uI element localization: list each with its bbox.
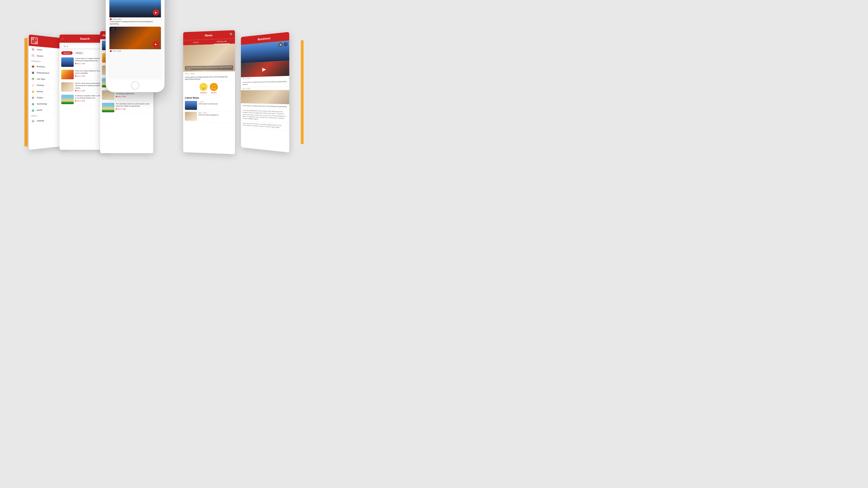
latest-info-2: Feb 1, 2018 There are many variations of xyxy=(198,112,233,122)
video-date-2: Feb 1, 2018 xyxy=(110,49,160,53)
news-right-header: News 🔍 xyxy=(183,30,235,40)
business-card: Business 📶 ↗ ▶ Feb 1, 2018 Lorem Ipsum i… xyxy=(241,32,289,153)
date-dot-1 xyxy=(75,63,76,64)
home-button[interactable] xyxy=(131,81,139,90)
play-btn-2[interactable]: ▶ xyxy=(153,41,159,47)
world-icon: 🌍 xyxy=(31,108,35,112)
search-value: a xyxy=(67,45,68,47)
date-dot-3 xyxy=(75,90,76,91)
logo-box: N W E S xyxy=(31,37,38,44)
search-icon-sm: 🔍 xyxy=(63,45,66,47)
video-text-1: Lorem Ipsum is simply dummy text of the … xyxy=(110,21,160,25)
money-date-6: Feb 5, 2018 xyxy=(116,108,151,110)
video-thumb-1: 6.52 ▶ xyxy=(110,0,161,18)
money-date-5: Feb 3, 2018 xyxy=(116,96,151,97)
markets-icon: 📈 xyxy=(31,84,35,87)
latest-date-1: 1, 2018 xyxy=(198,101,233,103)
yellow-bar-right xyxy=(301,40,304,144)
tab-money[interactable]: Money xyxy=(74,51,84,55)
money-icon-item: 💰 Money xyxy=(210,83,218,94)
hero-caption: Lorem Ipsum generators on the Internet t… xyxy=(185,65,233,70)
nav-settings-label: Settings xyxy=(37,119,44,122)
business-text-1: Lorem Ipsum is simply dummy text of the … xyxy=(241,79,289,87)
tab-markets[interactable]: Markets xyxy=(61,51,72,55)
nav-home-label: Home xyxy=(37,48,42,51)
video-card-1: 6.52 ▶ Feb 1, 2018 Lorem Ipsum is simply… xyxy=(110,0,161,25)
nav-entertainment-label: Entertainment xyxy=(37,72,49,74)
entertainment-icon: 🎬 xyxy=(31,70,35,74)
share-icon[interactable]: ↗ xyxy=(283,42,288,46)
business-woman-img xyxy=(241,90,289,104)
scene: N W E S 🏠 Home 🔍 Search Categories 💼 Bus… xyxy=(29,22,300,162)
technology-icon: 💻 xyxy=(31,102,35,106)
youtube-play-icon: ▶ xyxy=(262,66,266,72)
lifestyle-icon: 🌿 xyxy=(31,77,35,81)
business-hero-actions: 📶 ↗ xyxy=(278,42,288,47)
news-right-hero: Lorem Ipsum generators on the Internet t… xyxy=(183,43,235,72)
video-meta-1: Feb 1, 2018 Lorem Ipsum is simply dummy … xyxy=(110,18,161,25)
news-right-title: News xyxy=(205,33,213,37)
money-title-6: The standard chunk of Lorem Ipsum used s… xyxy=(116,103,151,107)
markets-icon-item: 💡 Markets xyxy=(199,83,208,94)
article-thumb-3 xyxy=(61,82,74,92)
yellow-bar-left xyxy=(24,38,28,147)
money-info-6: The standard chunk of Lorem Ipsum used s… xyxy=(116,103,151,112)
latest-title-1: Lorem Ipsum is dummy text xyxy=(198,103,233,105)
money-article-6: The standard chunk of Lorem Ipsum used s… xyxy=(100,101,153,114)
money-thumb-6 xyxy=(102,103,114,112)
logo-s: S xyxy=(34,41,37,44)
video-date-dot-1 xyxy=(110,18,112,20)
article-thumb-2 xyxy=(61,70,74,79)
video-badge-2: 8.12 xyxy=(111,28,116,30)
logo-e: E xyxy=(32,40,34,43)
latest-thumb-1 xyxy=(185,101,197,110)
news-right-card: News 🔍 VIDEO POPULAR Lorem Ipsum generat… xyxy=(183,30,235,154)
wifi-icon[interactable]: 📶 xyxy=(278,42,283,47)
nav-politics-label: Politics xyxy=(37,96,43,99)
phone-hardware: ☰ News 🔍 LATEST VIDEO POPULAR 6.52 ▶ xyxy=(106,0,164,92)
nav-business-label: Business xyxy=(37,65,45,68)
search-header-title: Search xyxy=(80,37,90,40)
video-date-1: Feb 1, 2018 xyxy=(110,18,160,21)
search-icon-right[interactable]: 🔍 xyxy=(230,33,233,36)
video-card-2: 8.12 ▶ Feb 1, 2018 xyxy=(110,27,161,53)
play-btn-1[interactable]: ▶ xyxy=(153,9,159,15)
article-thumb-1 xyxy=(61,57,74,67)
search-icon: 🔍 xyxy=(31,54,35,58)
nav-money-label: Money xyxy=(37,90,43,93)
nav-search-label: Search xyxy=(37,55,43,57)
business-yt-thumb: ▶ xyxy=(241,61,289,77)
nav-lifestyle-label: Life Style xyxy=(37,78,45,80)
business-icon: 💼 xyxy=(31,64,35,68)
center-phone: ☰ News 🔍 LATEST VIDEO POPULAR 6.52 ▶ xyxy=(106,0,164,92)
politics-icon: 🏛 xyxy=(31,96,35,100)
latest-news-heading: Latest News xyxy=(183,96,235,100)
news-right-article: Lorem Ipsum is simply dummy text of the … xyxy=(183,75,235,81)
money-icon-label: Money xyxy=(211,92,217,94)
logo-w: W xyxy=(34,38,37,41)
latest-item-2: Feb 1, 2018 There are many variations of xyxy=(183,111,235,123)
article-thumb-4 xyxy=(61,95,74,104)
settings-icon: ⚙️ xyxy=(31,119,35,123)
latest-info-1: 1, 2018 Lorem Ipsum is dummy text xyxy=(198,101,233,110)
business-title: Business xyxy=(258,36,270,41)
video-date-dot-2 xyxy=(110,50,112,52)
markets-circle: 💡 xyxy=(199,83,208,91)
date-dot-2 xyxy=(75,75,76,76)
nav-technology-label: Technology xyxy=(37,103,47,105)
latest-date-2: Feb 1, 2018 xyxy=(198,112,233,114)
video-meta-2: Feb 1, 2018 xyxy=(110,49,161,53)
latest-title-2: There are many variations of xyxy=(198,114,233,116)
latest-thumb-2 xyxy=(185,112,197,121)
money-icon: 💰 xyxy=(31,90,35,94)
phone-screen: ☰ News 🔍 LATEST VIDEO POPULAR 6.52 ▶ xyxy=(107,0,163,79)
logo-n: N xyxy=(32,37,34,41)
video-thumb-2: 8.12 ▶ xyxy=(110,27,161,49)
back-arrow-icon: ← xyxy=(61,37,64,40)
markets-icon-label: Markets xyxy=(200,92,207,94)
money-circle: 💰 xyxy=(210,83,218,91)
icon-grid: 💡 Markets 💰 Money xyxy=(183,81,235,96)
date-dot-4 xyxy=(75,100,76,101)
nav-world-label: World xyxy=(37,109,42,111)
latest-item-1: 1, 2018 Lorem Ipsum is dummy text xyxy=(183,100,235,111)
